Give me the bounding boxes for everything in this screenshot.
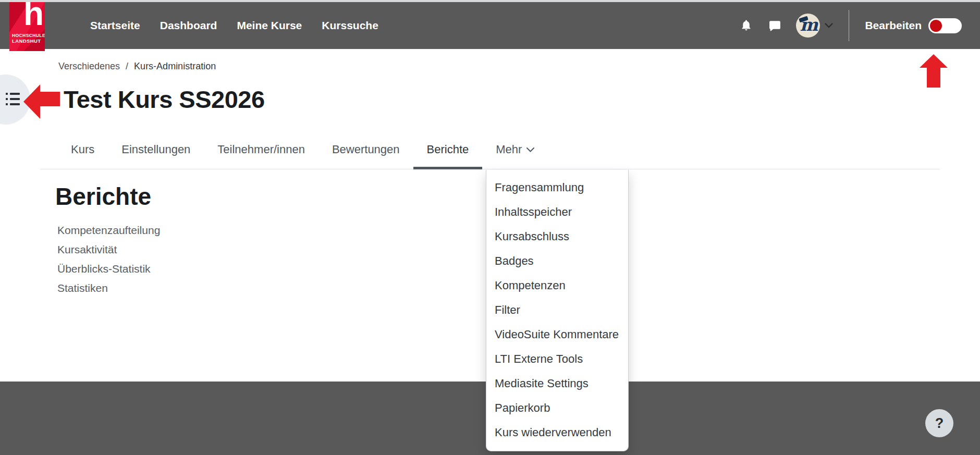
tab-mehr-label: Mehr — [496, 143, 522, 156]
mehr-dropdown-menu: Fragensammlung Inhaltsspeicher Kursabsch… — [486, 170, 629, 451]
list-icon — [6, 93, 20, 105]
breadcrumb-kurs-administration: Kurs-Administration — [134, 59, 216, 73]
top-navigation-bar: h HOCHSCHULE LANDSHUT Startseite Dashboa… — [0, 2, 980, 49]
list-item: Statistiken — [57, 279, 160, 298]
menu-item-lti-externe-tools[interactable]: LTI Externe Tools — [486, 347, 628, 371]
topbar-right-cluster: m Bearbeiten — [740, 2, 962, 49]
menu-item-videosuite-kommentare[interactable]: VideoSuite Kommentare — [486, 322, 628, 347]
edit-mode-label: Bearbeiten — [865, 19, 922, 32]
report-links-list: Kompetenzaufteilung Kursaktivität Überbl… — [57, 221, 160, 298]
toggle-knob — [930, 20, 942, 32]
course-index-drawer-button[interactable] — [0, 75, 30, 124]
menu-item-mediasite-settings[interactable]: Mediasite Settings — [486, 371, 628, 396]
nav-item-meine-kurse[interactable]: Meine Kurse — [237, 19, 302, 32]
tab-bewertungen[interactable]: Bewertungen — [318, 130, 413, 169]
topbar-divider — [849, 10, 849, 41]
page-title: Test Kurs SS2026 — [64, 85, 265, 114]
tab-kurs[interactable]: Kurs — [57, 130, 108, 169]
menu-item-kursabschluss[interactable]: Kursabschluss — [486, 224, 628, 249]
list-item: Überblicks-Statistik — [57, 260, 160, 279]
question-mark-icon: ? — [935, 415, 944, 432]
tab-mehr[interactable]: Mehr — [482, 130, 548, 169]
menu-item-inhaltsspeicher[interactable]: Inhaltsspeicher — [486, 200, 628, 224]
nav-item-dashboard[interactable]: Dashboard — [160, 19, 217, 32]
primary-nav: Startseite Dashboard Meine Kurse Kurssuc… — [90, 2, 378, 49]
chevron-down-icon — [526, 147, 534, 152]
breadcrumb: Verschiedenes / Kurs-Administration — [58, 59, 216, 73]
tab-berichte[interactable]: Berichte — [413, 130, 483, 169]
menu-item-papierkorb[interactable]: Papierkorb — [486, 396, 628, 420]
tab-teilnehmer[interactable]: Teilnehmer/innen — [204, 130, 318, 169]
breadcrumb-separator: / — [126, 59, 128, 73]
report-link-ueberblicks-statistik[interactable]: Überblicks-Statistik — [57, 263, 151, 275]
menu-item-fragensammlung[interactable]: Fragensammlung — [486, 175, 628, 200]
notifications-bell-icon[interactable] — [740, 19, 753, 32]
avatar-initial: m — [800, 15, 818, 35]
list-item: Kursaktivität — [57, 240, 160, 260]
hochschule-landshut-logo[interactable]: h HOCHSCHULE LANDSHUT — [9, 2, 45, 51]
edit-mode-toggle[interactable] — [928, 18, 962, 33]
report-link-kursaktivitaet[interactable]: Kursaktivität — [57, 243, 117, 255]
user-menu-chevron-down-icon[interactable] — [825, 23, 833, 28]
menu-item-kompetenzen[interactable]: Kompetenzen — [486, 273, 628, 298]
tab-einstellungen[interactable]: Einstellungen — [108, 130, 204, 169]
user-avatar[interactable]: m — [796, 14, 820, 38]
course-tabbar: Kurs Einstellungen Teilnehmer/innen Bewe… — [40, 130, 940, 169]
menu-item-kurs-wiederverwenden[interactable]: Kurs wiederverwenden — [486, 420, 628, 445]
reports-heading: Berichte — [55, 182, 151, 211]
nav-item-kurssuche[interactable]: Kurssuche — [322, 19, 378, 32]
logo-letter: h — [23, 2, 44, 30]
breadcrumb-verschiedenes[interactable]: Verschiedenes — [58, 59, 120, 73]
menu-item-filter[interactable]: Filter — [486, 298, 628, 322]
logo-wordmark: HOCHSCHULE LANDSHUT — [12, 33, 45, 45]
messages-chat-icon[interactable] — [768, 19, 781, 32]
annotation-arrow-up — [920, 54, 948, 88]
menu-item-badges[interactable]: Badges — [486, 249, 628, 273]
list-item: Kompetenzaufteilung — [57, 221, 160, 240]
nav-item-startseite[interactable]: Startseite — [90, 19, 140, 32]
help-button[interactable]: ? — [925, 409, 953, 437]
report-link-kompetenzaufteilung[interactable]: Kompetenzaufteilung — [57, 224, 160, 236]
report-link-statistiken[interactable]: Statistiken — [57, 282, 108, 294]
